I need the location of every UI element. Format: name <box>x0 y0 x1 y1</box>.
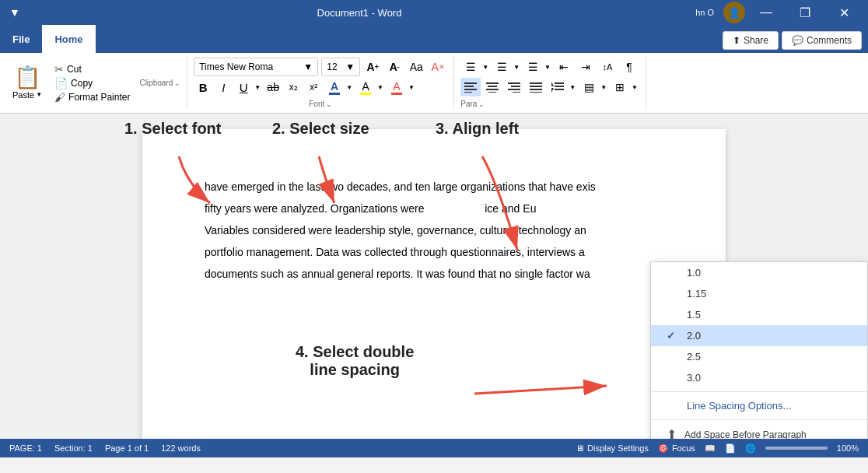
clipboard-expand-icon[interactable]: ⌄ <box>174 79 180 87</box>
line-spacing-button[interactable] <box>548 78 568 96</box>
main-content: have emerged in the last two decades, an… <box>0 114 868 457</box>
restore-button[interactable]: ❐ <box>787 0 823 25</box>
ribbon-actions: ⬆ Share 💬 Comments <box>723 31 868 53</box>
focus-button[interactable]: 🎯 Focus <box>658 443 695 454</box>
bullets-button[interactable]: ☰ <box>460 58 481 76</box>
spacing-3-0[interactable]: 3.0 <box>651 367 867 388</box>
underline-split-btn: U ▼ <box>234 78 262 96</box>
format-painter-button[interactable]: 🖌 Format Painter <box>51 90 133 104</box>
font-select[interactable]: Times New Roma ▼ <box>194 58 318 76</box>
svg-rect-14 <box>530 89 542 90</box>
para-3: Variables considered were leadership sty… <box>205 219 663 241</box>
numbering-button[interactable]: ☰ <box>492 58 512 76</box>
increase-indent-button[interactable]: ⇥ <box>576 58 596 76</box>
bullets-dropdown[interactable]: ▼ <box>481 62 490 72</box>
svg-rect-9 <box>511 86 520 87</box>
align-right-button[interactable] <box>504 78 524 96</box>
font-expand-icon[interactable]: ⌄ <box>326 100 332 108</box>
copy-label: Copy <box>71 78 93 89</box>
add-space-before[interactable]: ⬆ Add Space Before Paragraph <box>651 423 867 439</box>
align-left-button[interactable] <box>460 78 481 96</box>
svg-rect-10 <box>508 89 520 90</box>
copy-button[interactable]: 📄 Copy <box>51 76 133 90</box>
svg-rect-5 <box>488 86 497 87</box>
highlight-split-btn: A ▼ <box>355 79 385 96</box>
decrease-indent-button[interactable]: ⇤ <box>554 58 574 76</box>
svg-rect-6 <box>486 89 499 90</box>
font-color-dropdown[interactable]: ▼ <box>345 82 354 93</box>
ribbon-tabs: File Home ⬆ Share 💬 Comments <box>0 25 868 53</box>
change-case-button[interactable]: Aa <box>407 58 425 76</box>
view-print-button[interactable]: 📄 <box>725 443 736 454</box>
shading-dropdown[interactable]: ▼ <box>599 82 608 93</box>
comment-icon: 💬 <box>792 35 803 46</box>
cut-button[interactable]: ✂ Cut <box>51 62 133 76</box>
borders-dropdown[interactable]: ▼ <box>630 82 639 93</box>
minimize-button[interactable]: — <box>748 0 784 25</box>
tab-home[interactable]: Home <box>42 25 95 53</box>
strikethrough-button[interactable]: ab <box>264 78 282 96</box>
text-color-split-btn: A ▼ <box>387 79 416 96</box>
justify-icon <box>530 82 542 93</box>
line-spacing-options-link[interactable]: Line Spacing Options... <box>651 395 867 416</box>
paste-button[interactable]: 📋 Paste ▼ <box>6 59 48 107</box>
size-select[interactable]: 12 ▼ <box>321 58 360 76</box>
shading-button[interactable]: ▤ <box>579 78 599 96</box>
svg-rect-13 <box>530 86 542 87</box>
close-button[interactable]: ✕ <box>826 0 862 25</box>
italic-button[interactable]: I <box>214 78 233 96</box>
text-color-dropdown[interactable]: ▼ <box>407 82 416 93</box>
text-color-button[interactable]: A <box>387 79 407 96</box>
underline-button[interactable]: U <box>234 78 253 96</box>
superscript-button[interactable]: x² <box>304 78 323 96</box>
status-bar: PAGE: 1 Section: 1 Page 1 of 1 122 words… <box>0 439 868 457</box>
copy-icon: 📄 <box>54 77 68 89</box>
paragraph-expand-icon[interactable]: ⌄ <box>478 100 485 108</box>
zoom-slider[interactable] <box>765 447 828 450</box>
bold-button[interactable]: B <box>194 78 212 96</box>
view-web-button[interactable]: 🌐 <box>745 443 756 454</box>
align-center-icon <box>486 82 499 93</box>
focus-icon: 🎯 <box>658 443 669 454</box>
highlight-dropdown[interactable]: ▼ <box>376 82 385 93</box>
align-left-icon <box>464 82 477 93</box>
view-read-button[interactable]: 📖 <box>705 443 716 454</box>
sort-button[interactable]: ↕A <box>597 58 618 76</box>
clear-format-button[interactable]: A✕ <box>429 58 447 76</box>
spacing-2-0[interactable]: ✓ 2.0 <box>651 325 867 346</box>
show-marks-button[interactable]: ¶ <box>619 58 639 76</box>
paste-dropdown-arrow[interactable]: ▼ <box>36 91 42 98</box>
display-settings-button[interactable]: 🖥 Display Settings <box>576 443 649 453</box>
spacing-1-5[interactable]: 1.5 <box>651 304 867 325</box>
grow-font-button[interactable]: A+ <box>363 58 382 76</box>
spacing-2-5[interactable]: 2.5 <box>651 346 867 367</box>
subscript-button[interactable]: x₂ <box>284 78 303 96</box>
multilevel-button[interactable]: ☰ <box>523 58 543 76</box>
share-button[interactable]: ⬆ Share <box>723 31 779 50</box>
multilevel-dropdown[interactable]: ▼ <box>543 62 552 72</box>
svg-rect-4 <box>486 82 499 84</box>
shrink-font-button[interactable]: A- <box>385 58 404 76</box>
spacing-1-15[interactable]: 1.15 <box>651 283 867 304</box>
para-1: have emerged in the last two decades, an… <box>205 176 663 198</box>
svg-rect-1 <box>464 86 474 87</box>
para-5: documents such as annual general reports… <box>205 263 663 285</box>
justify-button[interactable] <box>526 78 546 96</box>
numbering-dropdown[interactable]: ▼ <box>512 62 521 72</box>
highlight-button[interactable]: A <box>355 79 376 96</box>
borders-button[interactable]: ⊞ <box>610 78 630 96</box>
svg-rect-7 <box>488 92 496 93</box>
comments-button[interactable]: 💬 Comments <box>782 31 862 50</box>
quick-access-customize[interactable]: ▼ <box>6 5 23 20</box>
line-spacing-dropdown[interactable]: ▼ <box>568 82 577 93</box>
dropdown-divider <box>651 391 867 392</box>
tab-file[interactable]: File <box>0 25 42 53</box>
clipboard-group: 📋 Paste ▼ ✂ Cut 📄 Copy 🖌 Format Painter <box>0 58 187 109</box>
svg-rect-3 <box>464 92 472 93</box>
document[interactable]: have emerged in the last two decades, an… <box>142 129 726 439</box>
underline-dropdown[interactable]: ▼ <box>253 82 262 93</box>
align-center-button[interactable] <box>482 78 502 96</box>
share-icon: ⬆ <box>733 35 740 46</box>
spacing-1-0[interactable]: 1.0 <box>651 262 867 283</box>
font-color-button[interactable]: A <box>324 79 345 96</box>
